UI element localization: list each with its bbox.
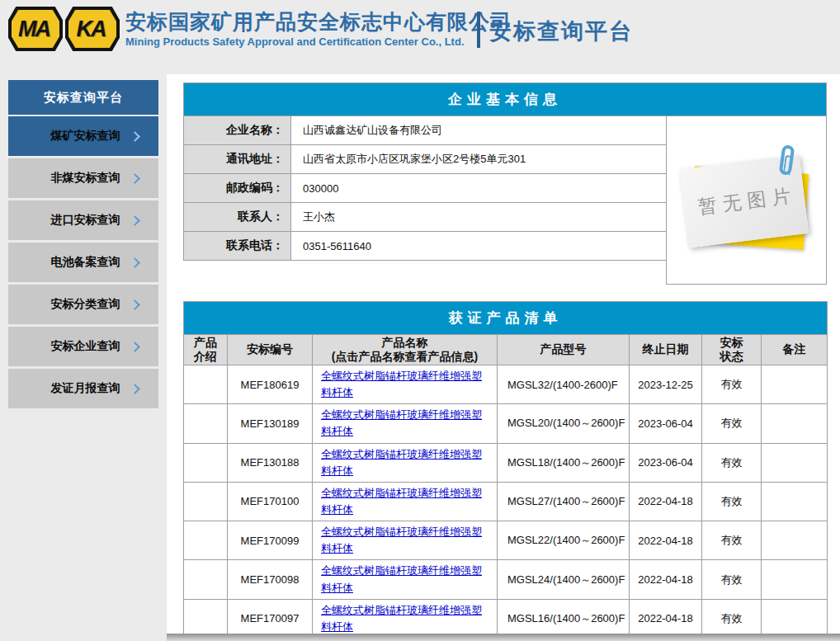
product-intro-cell [184, 365, 228, 404]
no-image-card-stack: 暂无图片 [681, 148, 813, 252]
product-status: 有效 [702, 482, 762, 521]
company-row: 企业名称： 山西诚鑫达矿山设备有限公司 [184, 116, 667, 145]
chevron-right-icon [130, 299, 140, 310]
product-name-link[interactable]: 全螺纹式树脂锚杆玻璃纤维增强塑料杆体 [321, 526, 482, 554]
product-code: MEF130189 [228, 404, 313, 443]
product-status: 有效 [702, 404, 762, 443]
sidebar-item-label: 发证月报查询 [40, 381, 131, 396]
company-row: 联系电话： 0351-5611640 [184, 232, 667, 261]
field-label: 邮政编码： [184, 174, 291, 203]
product-code: MEF170099 [228, 521, 313, 560]
col-product-name: 产品名称 (点击产品名称查看产品信息) [313, 335, 498, 365]
col-note: 备注 [762, 335, 828, 365]
product-code: MEF170097 [228, 599, 313, 638]
chevron-right-icon [130, 384, 140, 394]
field-label: 企业名称： [184, 116, 291, 145]
product-intro-cell [184, 443, 228, 482]
product-model: MGSL27/(1400～2600)F [498, 482, 630, 521]
product-note-cell [762, 365, 828, 404]
product-name-link[interactable]: 全螺纹式树脂锚杆玻璃纤维增强塑料杆体 [321, 448, 482, 477]
product-code: MEF170098 [228, 560, 313, 599]
product-status: 有效 [702, 443, 762, 482]
product-name-link[interactable]: 全螺纹式树脂锚杆玻璃纤维增强塑料杆体 [321, 370, 482, 398]
product-code: MEF170100 [228, 482, 313, 521]
product-end-date: 2022-04-18 [630, 560, 702, 599]
company-row: 联系人： 王小杰 [184, 203, 667, 232]
sidebar-item-label: 安标分类查询 [40, 297, 131, 312]
product-model: MGSL32/(1400-2600)F [498, 365, 630, 404]
product-name-cell: 全螺纹式树脂锚杆玻璃纤维增强塑料杆体 [313, 560, 498, 599]
product-model: MGSL16/(1400～2600)F [498, 599, 630, 638]
ma-badge-icon: MA [8, 7, 63, 51]
sidebar-item-monthly-report-query[interactable]: 发证月报查询 [8, 369, 158, 408]
sidebar-title: 安标查询平台 [8, 80, 158, 115]
product-name-cell: 全螺纹式树脂锚杆玻璃纤维增强塑料杆体 [313, 521, 498, 560]
product-status: 有效 [702, 521, 762, 560]
sidebar-item-label: 进口安标查询 [40, 213, 131, 228]
chevron-right-icon [130, 215, 140, 226]
contact-phone-value: 0351-5611640 [291, 232, 667, 261]
product-name-link[interactable]: 全螺纹式树脂锚杆玻璃纤维增强塑料杆体 [321, 564, 482, 593]
product-name-link[interactable]: 全螺纹式树脂锚杆玻璃纤维增强塑料杆体 [321, 408, 482, 437]
horizontal-scrollbar[interactable] [167, 634, 840, 641]
ma-badge-inner: MA [12, 10, 59, 48]
product-list-table: 获证产品清单 产品 介绍 安标编号 产品名称 (点击产品名称查看产品信息) 产品… [183, 301, 828, 639]
sidebar-item-classification-query[interactable]: 安标分类查询 [8, 285, 158, 324]
product-intro-cell [184, 404, 228, 443]
sidebar-item-label: 非煤安标查询 [40, 171, 131, 186]
chevron-right-icon [130, 173, 140, 184]
postal-code-value: 030000 [291, 174, 667, 203]
product-list-section: 获证产品清单 产品 介绍 安标编号 产品名称 (点击产品名称查看产品信息) 产品… [183, 301, 840, 639]
sidebar-item-non-coal-query[interactable]: 非煤安标查询 [8, 158, 158, 198]
product-intro-cell [184, 482, 228, 521]
company-name-value: 山西诚鑫达矿山设备有限公司 [291, 116, 667, 145]
col-cert-number: 安标编号 [228, 335, 313, 365]
sidebar-item-label: 煤矿安标查询 [40, 129, 131, 144]
sidebar-item-label: 安标企业查询 [40, 339, 131, 354]
no-image-text: 暂无图片 [691, 182, 798, 220]
product-status: 有效 [702, 599, 762, 638]
product-row: MEF170100 全螺纹式树脂锚杆玻璃纤维增强塑料杆体 MGSL27/(140… [184, 482, 828, 521]
product-note-cell [762, 482, 828, 521]
product-name-link[interactable]: 全螺纹式树脂锚杆玻璃纤维增强塑料杆体 [321, 604, 482, 633]
ka-badge-text: KA [77, 16, 106, 42]
product-name-cell: 全螺纹式树脂锚杆玻璃纤维增强塑料杆体 [313, 404, 498, 443]
col-status: 安标 状态 [702, 335, 762, 365]
sidebar-item-coal-mine-query[interactable]: 煤矿安标查询 [8, 116, 158, 156]
col-end-date: 终止日期 [630, 335, 702, 365]
product-end-date: 2022-04-18 [630, 482, 702, 521]
product-intro-cell [184, 599, 228, 638]
product-model: MGSL18/(1400～2600)F [498, 443, 630, 482]
company-row: 通讯地址： 山西省太原市小店区巩家堡小区2号楼5单元301 [184, 145, 667, 174]
product-row: MEF130189 全螺纹式树脂锚杆玻璃纤维增强塑料杆体 MGSL20/(140… [184, 404, 828, 443]
product-name-link[interactable]: 全螺纹式树脂锚杆玻璃纤维增强塑料杆体 [321, 487, 482, 516]
field-label: 通讯地址： [184, 145, 291, 174]
chevron-right-icon [130, 131, 140, 142]
product-row: MEF180619 全螺纹式树脂锚杆玻璃纤维增强塑料杆体 MGSL32/(140… [184, 365, 828, 404]
chevron-right-icon [130, 342, 140, 352]
product-model: MGSL22/(1400～2600)F [498, 521, 630, 560]
col-product-model: 产品型号 [498, 335, 630, 365]
product-note-cell [762, 443, 828, 482]
sidebar-item-battery-record-query[interactable]: 电池备案查询 [8, 243, 158, 282]
top-header: MA KA 安标国家矿用产品安全标志中心有限公司 Mining Products… [0, 0, 840, 74]
header-divider [477, 12, 480, 48]
org-name-block: 安标国家矿用产品安全标志中心有限公司 Mining Products Safet… [125, 9, 512, 48]
field-label: 联系电话： [184, 232, 291, 261]
sidebar-item-import-query[interactable]: 进口安标查询 [8, 200, 158, 240]
product-row: MEF170099 全螺纹式树脂锚杆玻璃纤维增强塑料杆体 MGSL22/(140… [184, 521, 828, 560]
field-label: 联系人： [184, 203, 291, 232]
product-note-cell [762, 560, 828, 599]
product-row: MEF170097 全螺纹式树脂锚杆玻璃纤维增强塑料杆体 MGSL16/(140… [184, 599, 828, 638]
product-note-cell [762, 521, 828, 560]
product-row: MEF170098 全螺纹式树脂锚杆玻璃纤维增强塑料杆体 MGSL24/(140… [184, 560, 828, 599]
product-end-date: 2022-04-18 [630, 521, 702, 560]
sidebar-item-label: 电池备案查询 [40, 255, 131, 270]
product-row: MEF130188 全螺纹式树脂锚杆玻璃纤维增强塑料杆体 MGSL18/(140… [184, 443, 828, 482]
product-end-date: 2023-06-04 [630, 404, 702, 443]
product-name-cell: 全螺纹式树脂锚杆玻璃纤维增强塑料杆体 [313, 482, 498, 521]
sidebar-item-enterprise-query[interactable]: 安标企业查询 [8, 327, 158, 366]
product-note-cell [762, 404, 828, 443]
product-list-title: 获证产品清单 [184, 302, 828, 335]
ma-badge-text: MA [18, 16, 50, 42]
